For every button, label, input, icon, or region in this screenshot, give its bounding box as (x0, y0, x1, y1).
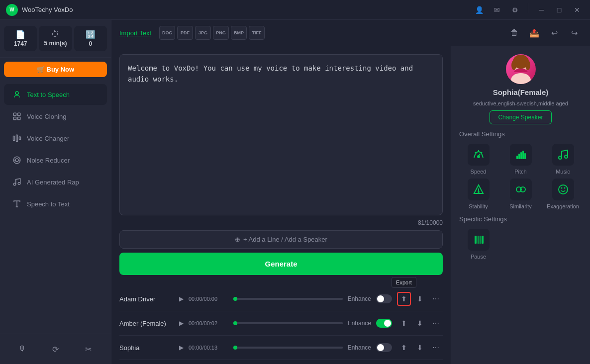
pause-label: Pause (471, 254, 486, 260)
play-button[interactable]: ▶ (179, 320, 184, 327)
svg-rect-41 (475, 236, 477, 244)
play-button[interactable]: ▶ (179, 295, 184, 302)
table-row: Adam Driver ▶ 00:00/00:00 Enhance Export (119, 287, 443, 311)
more-options-button-2[interactable]: ⋯ (429, 316, 443, 330)
speed-setting[interactable]: Speed (459, 144, 497, 175)
svg-rect-31 (524, 153, 526, 159)
settings-icon[interactable]: ⚙ (508, 3, 522, 17)
mail-icon[interactable]: ✉ (490, 3, 504, 17)
export-all-button[interactable]: 📤 (526, 25, 542, 41)
pitch-label: Pitch (514, 169, 526, 175)
enhance-label: Enhance (348, 295, 371, 302)
track-progress-bar[interactable] (233, 298, 343, 300)
specific-settings-title: Specific Settings (459, 215, 582, 223)
track-action-buttons: ⬆ ⬇ ⋯ (397, 341, 443, 355)
delete-button[interactable]: 🗑 (506, 25, 522, 41)
speaker-name: Sophia(Female) (493, 88, 549, 96)
download-track-button-3[interactable]: ⬇ (413, 341, 427, 355)
svg-rect-44 (482, 236, 484, 244)
doc-button[interactable]: DOC (159, 26, 175, 40)
music-setting[interactable]: Music (544, 144, 582, 175)
svg-rect-30 (522, 151, 524, 159)
svg-rect-43 (480, 236, 481, 244)
sidebar-item-text-to-speech[interactable]: Text to Speech (4, 84, 107, 105)
track-progress-bar[interactable] (233, 322, 343, 324)
svg-rect-7 (19, 137, 21, 140)
track-progress-bar[interactable] (233, 347, 343, 349)
track-fill (233, 298, 343, 300)
similarity-setting[interactable]: Similarity (501, 179, 540, 209)
minimize-button[interactable]: ─ (534, 3, 548, 17)
chars-value: 1747 (14, 40, 27, 47)
download-track-button-2[interactable]: ⬇ (413, 316, 427, 330)
maximize-button[interactable]: □ (552, 3, 566, 17)
file-type-buttons: DOC PDF JPG PNG BMP TIFF (159, 26, 265, 40)
track-time: 00:00/00:02 (189, 320, 228, 326)
track-dot (233, 297, 237, 301)
content-area: Import Text DOC PDF JPG PNG BMP TIFF 🗑 📤… (111, 20, 590, 364)
toolbar-actions: 🗑 📤 ↩ ↪ (506, 25, 582, 41)
pdf-button[interactable]: PDF (177, 26, 193, 40)
svg-point-12 (13, 183, 16, 185)
play-button[interactable]: ▶ (179, 344, 184, 351)
stat-chars: 📄 1747 (4, 26, 37, 51)
track-dot (233, 321, 237, 325)
left-panel: Welcome to VoxDo! You can use my voice t… (111, 46, 451, 364)
pause-setting[interactable]: Pause (459, 229, 497, 260)
undo-button[interactable]: ↩ (546, 25, 562, 41)
ai-rap-icon (12, 178, 22, 186)
sidebar-item-noise-reducer[interactable]: Noise Reducer (4, 150, 107, 171)
enhance-toggle-1[interactable] (376, 294, 392, 303)
account-icon[interactable]: 👤 (472, 3, 486, 17)
svg-rect-27 (516, 156, 518, 159)
speaker-tags: seductive,english-swedish,middle aged (473, 100, 568, 106)
avatar-section: Sophia(Female) seductive,english-swedish… (459, 54, 582, 124)
specific-settings: Specific Settings Paus (459, 215, 582, 260)
cut-bottom-icon[interactable]: ✂ (80, 340, 98, 358)
svg-rect-1 (13, 113, 16, 115)
enhance-toggle-2[interactable] (376, 319, 392, 328)
more-options-button[interactable]: ⋯ (429, 292, 443, 306)
sidebar-item-speech-to-text[interactable]: Speech to Text (4, 193, 107, 214)
char-count: 81/10000 (119, 219, 443, 226)
exaggeration-setting[interactable]: Exaggeration (544, 179, 582, 209)
change-speaker-button[interactable]: Change Speaker (490, 110, 551, 124)
add-line-button[interactable]: ⊕ + Add a Line / Add a Speaker (119, 230, 443, 249)
text-editor[interactable]: Welcome to VoxDo! You can use my voice t… (119, 54, 443, 215)
enhance-toggle-3[interactable] (376, 343, 392, 352)
tiff-button[interactable]: TIFF (249, 26, 265, 40)
divider (528, 3, 528, 13)
chars-icon: 📄 (15, 30, 25, 39)
export-track-button-3[interactable]: ⬆ (397, 341, 411, 355)
app-logo: W (6, 4, 18, 16)
more-options-button-3[interactable]: ⋯ (429, 341, 443, 355)
import-text-link[interactable]: Import Text (119, 29, 151, 37)
redo-button[interactable]: ↪ (566, 25, 582, 41)
overall-settings: Overall Settings (459, 130, 582, 209)
export-track-button-2[interactable]: ⬆ (397, 316, 411, 330)
close-button[interactable]: ✕ (570, 3, 584, 17)
jpg-button[interactable]: JPG (195, 26, 211, 40)
enhance-label: Enhance (348, 320, 371, 327)
add-line-plus-icon: ⊕ (235, 236, 240, 243)
generate-button[interactable]: Generate (119, 253, 443, 275)
export-track-button[interactable]: Export ⬆ (397, 292, 411, 306)
download-track-button[interactable]: ⬇ (413, 292, 427, 306)
mic-bottom-icon[interactable]: 🎙 (13, 340, 31, 358)
speech-to-text-icon (12, 199, 22, 208)
sidebar-item-ai-generated-rap[interactable]: AI Generated Rap (4, 172, 107, 192)
count-value: 0 (89, 40, 92, 47)
svg-rect-29 (520, 152, 522, 159)
png-button[interactable]: PNG (213, 26, 229, 40)
sidebar-item-voice-changer[interactable]: Voice Changer (4, 128, 107, 149)
specific-settings-grid: Pause (459, 229, 582, 260)
stability-setting[interactable]: Stability (459, 179, 497, 209)
time-icon: ⏱ (51, 30, 59, 39)
pitch-setting[interactable]: Pitch (501, 144, 540, 175)
svg-rect-2 (18, 113, 20, 115)
bmp-button[interactable]: BMP (231, 26, 247, 40)
buy-now-button[interactable]: 🛒 Buy Now (4, 62, 107, 77)
svg-point-20 (511, 60, 516, 70)
loop-bottom-icon[interactable]: ⟳ (46, 340, 64, 358)
sidebar-item-voice-cloning[interactable]: Voice Cloning (4, 106, 107, 127)
